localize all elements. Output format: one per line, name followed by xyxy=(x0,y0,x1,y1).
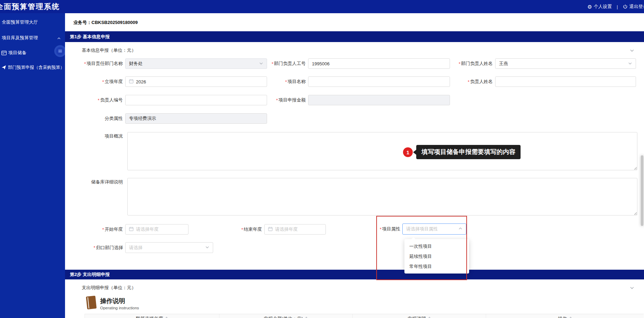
card-icon xyxy=(1,51,7,55)
sort-icon xyxy=(305,317,308,318)
amount-input[interactable] xyxy=(308,95,450,105)
column-header-action[interactable]: 操作 xyxy=(486,314,644,318)
section2-collapse-icon[interactable] xyxy=(630,285,634,292)
setup-year-value: 2026 xyxy=(136,79,263,84)
field-manager-name: *部门负责人姓名 王燕 xyxy=(433,58,636,69)
dept-choose-placeholder: 请选择 xyxy=(129,245,205,251)
sidebar-item-budget-hall[interactable]: 全面预算管理大厅 xyxy=(0,17,65,27)
manager-id-input[interactable] xyxy=(308,58,450,69)
column-header-description[interactable]: 申报说明 xyxy=(353,314,486,318)
field-manager-id: *部门负责人工号 xyxy=(245,58,450,69)
sidebar-item-label: 项目储备 xyxy=(8,50,26,56)
project-name-input[interactable] xyxy=(308,76,450,87)
field-label: *项目申报金额 xyxy=(245,97,308,103)
topbar-actions: ⚙ 个人设置 | 退出登录 xyxy=(587,3,644,10)
chevron-down-icon xyxy=(205,245,209,250)
column-header-amount[interactable]: 申报金额(单位：元) xyxy=(219,314,353,318)
personal-settings-button[interactable]: ⚙ 个人设置 xyxy=(587,3,612,10)
field-category: 分类属性 xyxy=(65,113,267,124)
required-marker: * xyxy=(94,245,95,250)
end-year-placeholder: 请选择年度 xyxy=(275,226,322,233)
section2-title: 支出明细申报（单位：元） xyxy=(82,285,136,291)
sidebar-item-label: 部门预算申报（含采购预算） xyxy=(8,65,65,71)
field-label: 分类属性 xyxy=(65,115,125,122)
business-number-value: CBKSB202509180009 xyxy=(91,20,138,25)
field-project-name: *项目名称 xyxy=(245,76,450,87)
operating-instructions-subtitle: Operating instructions xyxy=(100,306,139,310)
power-icon xyxy=(623,4,628,9)
app: 全面预算管理系统 ⚙ 个人设置 | 退出登录 全面预算管理大厅 项目库及预算管理 xyxy=(0,0,644,318)
end-year-picker[interactable]: 请选择年度 xyxy=(264,224,326,235)
calendar-icon xyxy=(129,227,134,232)
manager-name-select[interactable]: 王燕 xyxy=(495,58,636,69)
required-marker: * xyxy=(102,227,104,232)
field-dept-choose: *归口部门选择 请选择 xyxy=(65,242,213,253)
main-content: 业务号：CBKSB202509180009 第1步 基本信息申报 基本信息申报（… xyxy=(65,13,644,318)
column-header-budget-item[interactable]: 预算支项年度 xyxy=(85,314,219,318)
field-start-year: *开始年度 请选择年度 xyxy=(65,224,188,235)
sidebar-item-project-library[interactable]: 项目库及预算管理 xyxy=(0,33,65,43)
field-leader-no: *负责人编号 xyxy=(65,95,267,105)
required-marker: * xyxy=(459,61,460,66)
sidebar-item-dept-budget-declare[interactable]: 部门预算申报（含采购预算） xyxy=(0,63,65,72)
field-label: *部门负责人工号 xyxy=(245,60,308,67)
field-label: *负责人姓名 xyxy=(433,79,495,85)
sidebar-item-label: 全面预算管理大厅 xyxy=(2,19,38,25)
paper-plane-icon xyxy=(1,65,6,70)
field-leader-name: *负责人姓名 xyxy=(433,76,636,87)
sidebar-collapse-toggle[interactable] xyxy=(54,45,65,57)
annotation-step-badge: 1 xyxy=(403,147,413,157)
required-marker: * xyxy=(98,98,99,103)
field-label: *部门负责人姓名 xyxy=(433,60,495,67)
required-marker: * xyxy=(241,227,243,232)
field-reserve-desc-label: 储备库详细说明 xyxy=(65,179,125,186)
field-label: *结束年度 xyxy=(199,226,264,233)
start-year-picker[interactable]: 请选择年度 xyxy=(125,224,188,235)
required-marker: * xyxy=(276,98,278,103)
field-label: 项目概况 xyxy=(65,133,125,139)
step2-bar: 第2步 支出明细申报 xyxy=(65,270,644,279)
vertical-scrollbar-thumb[interactable] xyxy=(641,155,643,226)
column-header-label: 操作 xyxy=(558,316,567,318)
overview-textarea[interactable] xyxy=(127,132,637,170)
field-label: *归口部门选择 xyxy=(65,245,125,251)
topbar-divider: | xyxy=(617,4,618,9)
required-marker: * xyxy=(84,61,86,66)
field-label: *开始年度 xyxy=(65,226,125,233)
chevron-up-icon xyxy=(57,36,61,41)
app-title: 全面预算管理系统 xyxy=(0,2,60,11)
dept-name-value: 财务处 xyxy=(129,60,259,67)
required-marker: * xyxy=(468,79,469,84)
start-year-placeholder: 请选择年度 xyxy=(136,226,185,233)
sort-icon xyxy=(428,317,431,318)
manager-name-value: 王燕 xyxy=(499,60,628,67)
sort-icon xyxy=(165,317,168,318)
field-label: *负责人编号 xyxy=(65,97,125,103)
sidebar: 全面预算管理大厅 项目库及预算管理 项目储备 部门预算申报（含采购预算） xyxy=(0,13,65,318)
column-header-label: 申报金额(单位：元) xyxy=(264,316,303,318)
operating-instructions-title: 操作说明 xyxy=(100,297,125,305)
field-amount: *项目申报金额 xyxy=(245,95,450,105)
chevron-down-icon xyxy=(628,61,632,66)
logout-button[interactable]: 退出登录 xyxy=(623,3,644,10)
reserve-desc-textarea[interactable] xyxy=(127,178,637,215)
step1-bar: 第1步 基本信息申报 xyxy=(65,31,644,42)
field-label: *立项年度 xyxy=(65,79,125,85)
field-label: *项目责任部门名称 xyxy=(65,60,125,67)
hamburger-icon xyxy=(56,47,64,55)
field-label: *项目名称 xyxy=(245,79,308,85)
topbar: 全面预算管理系统 ⚙ 个人设置 | 退出登录 xyxy=(0,0,644,13)
calendar-icon xyxy=(129,79,134,84)
section1-collapse-icon[interactable] xyxy=(630,48,634,54)
leader-name-input[interactable] xyxy=(495,76,636,87)
logout-label: 退出登录 xyxy=(629,3,644,10)
highlight-rectangle xyxy=(376,216,467,280)
field-dept-name: *项目责任部门名称 财务处 xyxy=(65,58,267,69)
category-input[interactable] xyxy=(125,113,267,124)
sidebar-item-label: 项目库及预算管理 xyxy=(2,35,38,41)
required-marker: * xyxy=(285,79,287,84)
required-marker: * xyxy=(272,61,273,66)
field-label: 储备库详细说明 xyxy=(65,179,125,185)
dept-choose-select[interactable]: 请选择 xyxy=(125,242,213,253)
expenditure-table: 预算支项年度 申报金额(单位：元) 申报说明 操作 xyxy=(84,314,644,318)
